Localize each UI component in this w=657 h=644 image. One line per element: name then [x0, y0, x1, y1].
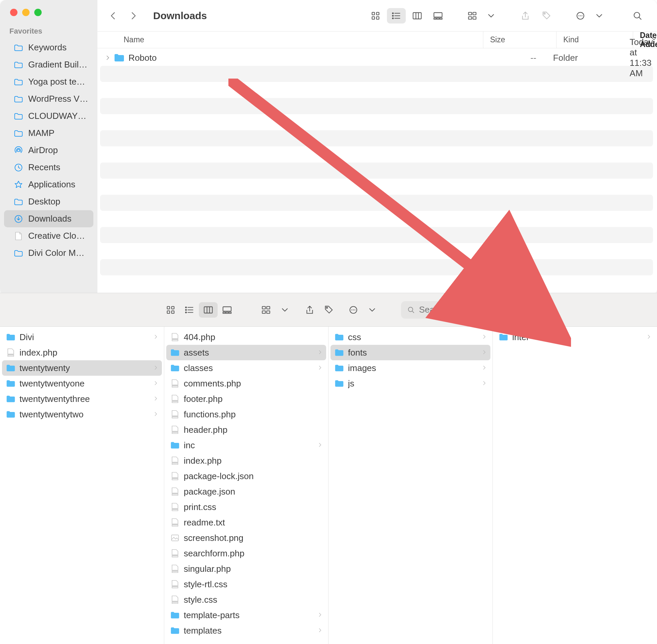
column-item[interactable]: inter — [495, 329, 655, 345]
sidebar-item-wordpress-v-[interactable]: WordPress V… — [4, 90, 93, 108]
column-item[interactable]: header.php — [166, 422, 326, 437]
column-view-button[interactable] — [199, 302, 218, 318]
column-header-kind[interactable]: Kind — [556, 31, 633, 48]
sidebar-item-creative-clo-[interactable]: Creative Clo… — [4, 227, 93, 245]
column-item[interactable]: assets — [166, 345, 326, 360]
chevron-right-icon — [153, 379, 159, 388]
column-item[interactable]: index.php — [166, 453, 326, 468]
column-header-size[interactable]: Size — [483, 31, 556, 48]
zoom-window-button[interactable] — [34, 9, 42, 16]
column-item[interactable]: twentytwentythree — [2, 391, 162, 407]
tags-button[interactable] — [319, 302, 338, 318]
search-button[interactable] — [628, 8, 647, 23]
table-row[interactable] — [100, 82, 653, 98]
forward-button[interactable] — [124, 8, 143, 23]
icon-view-button[interactable] — [366, 8, 385, 23]
search-field[interactable] — [401, 301, 536, 319]
sidebar-item-label: Desktop — [28, 197, 60, 207]
sidebar-item-gradient-buil-[interactable]: Gradient Buil… — [4, 56, 93, 73]
column-item[interactable]: readme.txt — [166, 515, 326, 530]
doc-icon — [14, 231, 23, 241]
table-row[interactable] — [100, 227, 653, 243]
column-item[interactable]: comments.php — [166, 376, 326, 391]
sidebar-item-airdrop[interactable]: AirDrop — [4, 142, 93, 159]
column-view-button[interactable] — [408, 8, 427, 23]
table-row[interactable] — [100, 162, 653, 179]
column-item[interactable]: index.php — [2, 345, 162, 360]
column-header-date-added[interactable]: Date Added — [633, 31, 657, 48]
group-by-menu[interactable] — [482, 8, 500, 23]
table-row[interactable] — [100, 130, 653, 146]
sidebar-item-label: Recents — [28, 162, 60, 172]
group-by-menu[interactable] — [275, 302, 294, 318]
table-row[interactable] — [100, 179, 653, 195]
icon-view-button[interactable] — [161, 302, 180, 318]
share-button[interactable] — [300, 302, 319, 318]
search-input[interactable] — [419, 304, 529, 315]
table-row[interactable] — [100, 66, 653, 82]
column-item[interactable]: functions.php — [166, 407, 326, 422]
list-view-button[interactable] — [387, 8, 406, 23]
sidebar-item-downloads[interactable]: Downloads — [4, 210, 93, 227]
column-item[interactable]: classes — [166, 360, 326, 376]
sidebar-item-keywords[interactable]: Keywords — [4, 39, 93, 56]
minimize-window-button[interactable] — [22, 9, 29, 16]
table-row[interactable] — [100, 114, 653, 130]
column-item[interactable]: singular.php — [166, 561, 326, 576]
sidebar-item-desktop[interactable]: Desktop — [4, 193, 93, 210]
column-item[interactable]: package-lock.json — [166, 468, 326, 484]
column-item[interactable]: footer.php — [166, 391, 326, 407]
column-item[interactable]: inc — [166, 437, 326, 453]
back-button[interactable] — [104, 8, 122, 23]
group-by-button[interactable] — [463, 8, 482, 23]
item-label: inter — [512, 332, 642, 343]
table-row[interactable] — [100, 259, 653, 275]
column-item[interactable]: twentytwentyone — [2, 376, 162, 391]
column-item[interactable]: template-parts — [166, 607, 326, 623]
gallery-view-button[interactable] — [429, 8, 447, 23]
sidebar-item-mamp[interactable]: MAMP — [4, 124, 93, 142]
column-item[interactable]: style-rtl.css — [166, 576, 326, 592]
table-row[interactable] — [100, 195, 653, 211]
column-item[interactable]: searchform.php — [166, 546, 326, 561]
actions-button[interactable] — [571, 8, 590, 23]
sidebar-item-divi-color-m-[interactable]: Divi Color M… — [4, 245, 93, 261]
browser-column: Diviindex.phptwentytwentytwentytwentyone… — [0, 327, 164, 644]
column-item[interactable]: style.css — [166, 592, 326, 607]
sidebar-item-recents[interactable]: Recents — [4, 159, 93, 176]
sidebar-item-yoga-post-te-[interactable]: Yoga post te… — [4, 73, 93, 90]
column-item[interactable]: fonts — [331, 345, 491, 360]
sidebar-item-applications[interactable]: Applications — [4, 176, 93, 193]
gallery-view-button[interactable] — [218, 302, 236, 318]
share-button[interactable] — [516, 8, 535, 23]
actions-menu[interactable] — [363, 302, 382, 318]
table-row[interactable]: Roboto -- Folder Today at 11:33 AM — [100, 50, 653, 66]
list-view-button[interactable] — [180, 302, 199, 318]
column-item[interactable]: 404.php — [166, 329, 326, 345]
column-item[interactable]: print.css — [166, 499, 326, 515]
tags-button[interactable] — [537, 8, 556, 23]
item-label: searchform.php — [184, 548, 323, 559]
sidebar-item-cloudway-[interactable]: CLOUDWAY… — [4, 108, 93, 124]
column-item[interactable]: screenshot.png — [166, 530, 326, 546]
column-item[interactable]: images — [331, 360, 491, 376]
disclosure-triangle-icon[interactable] — [105, 53, 114, 63]
column-header-name[interactable]: Name — [123, 35, 483, 44]
close-window-button[interactable] — [10, 9, 18, 16]
table-row[interactable] — [100, 211, 653, 227]
table-row[interactable] — [100, 146, 653, 162]
column-item[interactable]: css — [331, 329, 491, 345]
folder-icon — [170, 611, 180, 620]
actions-menu[interactable] — [590, 8, 609, 23]
group-by-button[interactable] — [257, 302, 275, 318]
column-item[interactable]: twentytwenty — [2, 360, 162, 376]
column-item[interactable]: js — [331, 376, 491, 391]
column-item[interactable]: twentytwentytwo — [2, 407, 162, 422]
table-row[interactable] — [100, 98, 653, 114]
column-item[interactable]: package.json — [166, 484, 326, 499]
item-label: twentytwentythree — [20, 394, 149, 404]
column-item[interactable]: templates — [166, 623, 326, 638]
actions-button[interactable] — [344, 302, 363, 318]
table-row[interactable] — [100, 243, 653, 259]
column-item[interactable]: Divi — [2, 329, 162, 345]
